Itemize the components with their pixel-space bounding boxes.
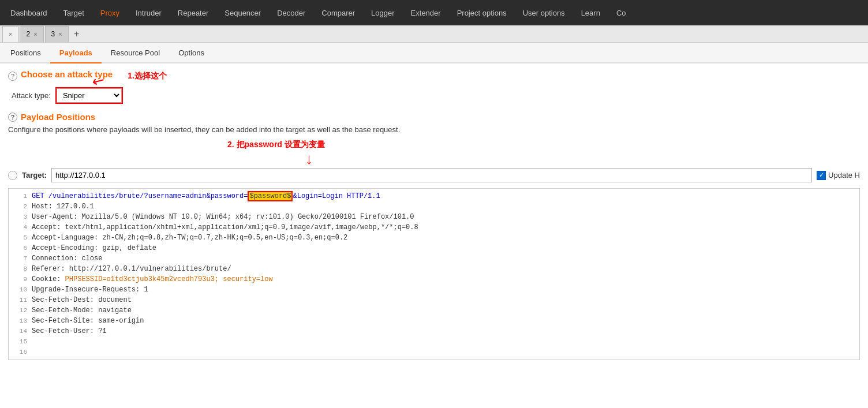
request-line-11: 11 Sec-Fetch-Dest: document (13, 295, 855, 305)
request-line-16: 16 (13, 347, 855, 357)
request-line-4: 4 Accept: text/html,application/xhtml+xm… (13, 222, 855, 233)
step1-annotation: 1.选择这个 (128, 71, 167, 81)
target-input[interactable] (51, 168, 812, 182)
nav-comparer[interactable]: Comparer (313, 0, 363, 25)
request-line-1: 1 GET /vulnerabilities/brute/?username=a… (13, 191, 855, 201)
request-line-7: 7 Connection: close (13, 253, 855, 264)
subtab-payloads[interactable]: Payloads (50, 43, 102, 63)
nav-decoder[interactable]: Decoder (269, 0, 313, 25)
payload-positions-title: ? Payload Positions (8, 112, 860, 122)
nav-sequencer[interactable]: Sequencer (216, 0, 269, 25)
request-line-13: 13 Sec-Fetch-Site: same-origin (13, 316, 855, 326)
nav-user-options[interactable]: User options (515, 0, 573, 25)
subtab-resource-pool[interactable]: Resource Pool (102, 43, 169, 63)
target-spinner (8, 171, 17, 180)
request-line-15: 15 (13, 336, 855, 347)
attack-type-dropdown[interactable]: Sniper Battering ram Pitchfork Cluster b… (57, 88, 122, 103)
nav-proxy[interactable]: Proxy (92, 0, 128, 25)
update-host-label: Update H (828, 171, 860, 179)
update-host-button[interactable]: ✓ Update H (817, 171, 860, 180)
request-line-6: 6 Accept-Encoding: gzip, deflate (13, 243, 855, 253)
nav-learn[interactable]: Learn (573, 0, 608, 25)
tab-label-2: 2 (26, 30, 30, 38)
nav-logger[interactable]: Logger (363, 0, 402, 25)
request-line-12: 12 Sec-Fetch-Mode: navigate (13, 305, 855, 316)
tab-add-button[interactable]: + (70, 27, 84, 41)
payload-highlight: $password$ (248, 191, 293, 201)
request-line-8: 8 Referer: http://127.0.0.1/vulnerabilit… (13, 264, 855, 274)
tab-label-3: 3 (51, 30, 55, 38)
nav-co[interactable]: Co (608, 0, 634, 25)
request-area[interactable]: 1 GET /vulnerabilities/brute/?username=a… (8, 188, 860, 360)
tab-1[interactable]: × (2, 26, 18, 42)
nav-project-options[interactable]: Project options (449, 0, 515, 25)
request-line-2: 2 Host: 127.0.0.1 (13, 201, 855, 212)
nav-extender[interactable]: Extender (403, 0, 449, 25)
attack-type-label: Attack type: (12, 91, 51, 100)
tab-3[interactable]: 3 × (45, 26, 69, 42)
request-line-14: 14 Sec-Fetch-User: ?1 (13, 326, 855, 336)
tab-close-2[interactable]: × (33, 31, 37, 38)
nav-target[interactable]: Target (55, 0, 92, 25)
step2-annotation: 2. 把password 设置为变量 (227, 140, 325, 149)
request-line-3: 3 User-Agent: Mozilla/5.0 (Windows NT 10… (13, 212, 855, 222)
request-line-10: 10 Upgrade-Insecure-Requests: 1 (13, 285, 855, 295)
tab-close-1[interactable]: × (9, 31, 12, 38)
cookie-value: PHPSESSID=o1td3ctjub3k45m2vcedh793u3; se… (65, 275, 273, 283)
payload-positions-help[interactable]: ? (8, 113, 17, 122)
nav-intruder[interactable]: Intruder (128, 0, 170, 25)
update-host-checkbox[interactable]: ✓ (817, 171, 826, 180)
request-line-9: 9 Cookie: PHPSESSID=o1td3ctjub3k45m2vced… (13, 274, 855, 285)
request-line-5: 5 Accept-Language: zh-CN,zh;q=0.8,zh-TW;… (13, 233, 855, 243)
step2-arrow: ↓ (305, 150, 860, 168)
nav-dashboard[interactable]: Dashboard (2, 0, 55, 25)
sub-tab-bar: Positions Payloads Resource Pool Options (0, 43, 868, 63)
attack-type-help[interactable]: ? (8, 72, 17, 81)
nav-repeater[interactable]: Repeater (170, 0, 216, 25)
target-row: Target: ✓ Update H (8, 168, 860, 182)
tab-close-3[interactable]: × (58, 31, 62, 38)
subtab-positions[interactable]: Positions (1, 43, 50, 63)
payload-desc: Configure the positions where payloads w… (8, 125, 860, 134)
tab-2[interactable]: 2 × (20, 26, 43, 42)
tab-bar: × 2 × 3 × + (0, 25, 868, 43)
target-label: Target: (22, 171, 47, 179)
top-nav: Dashboard Target Proxy Intruder Repeater… (0, 0, 868, 25)
main-content: ? Choose an attack type 1.选择这个 Attack ty… (0, 63, 868, 408)
subtab-options[interactable]: Options (169, 43, 214, 63)
